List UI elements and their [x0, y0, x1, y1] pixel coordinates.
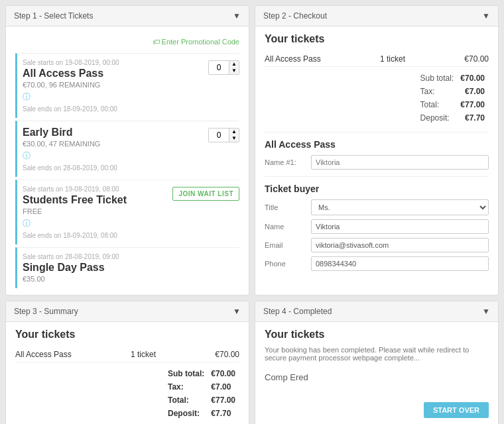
step2-chevron-icon[interactable]: ▼ [482, 11, 490, 21]
step2-subtotal-label: Sub total: [418, 72, 457, 84]
step2-subtotal-value: €70.00 [458, 72, 487, 84]
step3-header: Step 3 - Summary ▼ [6, 301, 249, 322]
step2-ticket-name: All Access Pass [265, 54, 321, 64]
step2-title-label: Title [265, 203, 311, 211]
step2-title: Step 2 - Checkout [263, 11, 327, 21]
step2-email-input[interactable] [311, 238, 489, 252]
step2-ticket-summary-row: All Access Pass 1 ticket €70.00 [265, 52, 489, 67]
qty-arrows-2: ▲ ▼ [229, 129, 239, 142]
start-over-button[interactable]: START OVER [424, 402, 489, 418]
step4-body: Your tickets Your booking has been compl… [255, 322, 498, 424]
ticket-price-2: €30.00, 47 REMAINING [23, 140, 239, 148]
step2-deposit-row: Deposit: €7.70 [418, 112, 487, 124]
step2-tax-row: Tax: €7.00 [418, 85, 487, 97]
step2-email-label: Email [265, 241, 311, 249]
promo-link-container: 🏷 Enter Promotional Code [15, 33, 239, 50]
comp-ered-label: Comp Ered [265, 372, 308, 382]
step3-ticket-name: All Access Pass [15, 350, 72, 359]
step4-comp-ered-text: Comp Ered [265, 372, 489, 382]
qty-down-1[interactable]: ▼ [229, 68, 239, 74]
sale-end-label-1: Sale ends on 18-09-2019, 00:00 [23, 105, 239, 113]
step2-totals-table: Sub total: €70.00 Tax: €7.00 Total: €77.… [416, 71, 489, 125]
step2-phone-label: Phone [265, 260, 311, 268]
sale-end-label-2: Sale ends on 28-08-2019, 00:00 [23, 164, 239, 172]
ticket-name-2: Early Bird [23, 127, 239, 138]
qty-up-2[interactable]: ▲ [229, 129, 239, 135]
step2-title-select[interactable]: Ms. [311, 199, 489, 215]
step2-title-group: Title Ms. [265, 199, 489, 215]
step1-title: Step 1 - Select Tickets [14, 11, 93, 21]
step2-name-field-input[interactable] [311, 219, 489, 234]
step3-ticket-count: 1 ticket [131, 350, 156, 359]
ticket-item-all-access: Sale starts on 19-08-2019, 00:00 All Acc… [15, 53, 239, 118]
step2-tax-label: Tax: [418, 85, 457, 97]
info-icon-2[interactable]: ⓘ [23, 150, 239, 162]
step3-ticket-price: €70.00 [215, 350, 239, 359]
step2-phone-input[interactable] [311, 256, 489, 271]
step2-name-label: Name #1: [265, 158, 311, 166]
ticket-price-1: €70.00, 96 REMAINING [23, 81, 239, 89]
step2-ticket-count: 1 ticket [380, 54, 405, 64]
step2-total-row: Total: €77.00 [418, 99, 487, 111]
step2-phone-group: Phone [265, 256, 489, 271]
step3-deposit-label: Deposit: [165, 407, 207, 419]
step2-all-access-title: All Access Pass [265, 139, 489, 150]
qty-input-2[interactable] [209, 129, 229, 141]
step2-divider2 [265, 176, 489, 177]
step3-panel: Step 3 - Summary ▼ Your tickets All Acce… [5, 301, 249, 424]
ticket-price-3: FREE [23, 207, 239, 215]
wait-list-button[interactable]: JOIN WAIT LIST [172, 187, 239, 201]
step2-email-group: Email [265, 238, 489, 252]
ticket-item-early-bird: Early Bird €30.00, 47 REMAINING ▲ ▼ ⓘ Sa… [15, 121, 239, 177]
step2-header: Step 2 - Checkout ▼ [255, 6, 498, 26]
ticket-name-1: All Access Pass [23, 68, 239, 80]
info-icon-1[interactable]: ⓘ [23, 91, 239, 103]
step2-total-value: €77.00 [458, 99, 487, 111]
sale-start-label-4: Sale starts on 28-08-2019, 09:00 [23, 253, 239, 260]
step3-title: Step 3 - Summary [14, 307, 78, 316]
step3-body: Your tickets All Access Pass 1 ticket €7… [6, 322, 249, 424]
sale-start-label-1: Sale starts on 19-08-2019, 00:00 [23, 59, 239, 66]
step2-tax-value: €7.00 [458, 85, 487, 97]
step3-deposit-row: Deposit: €7.70 [165, 407, 238, 419]
step3-your-tickets-title: Your tickets [15, 329, 239, 341]
step4-chevron-icon[interactable]: ▼ [482, 307, 490, 316]
step2-deposit-label: Deposit: [418, 112, 457, 124]
step2-body: Your tickets All Access Pass 1 ticket €7… [255, 26, 498, 282]
step3-totals-table: Sub total: €70.00 Tax: €7.00 Total: €77.… [164, 366, 239, 421]
promo-label: Enter Promotional Code [162, 38, 239, 46]
ticket-item-students: Sale starts on 19-08-2019, 08:00 Student… [15, 180, 239, 244]
step2-ticket-price: €70.00 [464, 54, 489, 64]
ticket-price-4: €35.00 [23, 275, 239, 283]
step2-panel: Step 2 - Checkout ▼ Your tickets All Acc… [255, 5, 499, 295]
qty-down-2[interactable]: ▼ [229, 135, 239, 142]
step3-tax-row: Tax: €7.00 [165, 381, 238, 393]
qty-up-1[interactable]: ▲ [229, 61, 239, 68]
step2-name-input[interactable] [311, 155, 489, 170]
step3-subtotal-row: Sub total: €70.00 [165, 368, 238, 380]
step3-tax-value: €7.00 [208, 381, 238, 393]
step2-deposit-value: €7.70 [458, 112, 487, 124]
step3-tax-label: Tax: [165, 381, 207, 393]
step3-totals: Sub total: €70.00 Tax: €7.00 Total: €77.… [15, 366, 239, 421]
step2-subtotal-row: Sub total: €70.00 [418, 72, 487, 84]
step2-divider1 [265, 132, 489, 132]
sale-end-label-3: Sale ends on 18-09-2019, 08:00 [23, 232, 239, 239]
step3-ticket-row: All Access Pass 1 ticket €70.00 [15, 347, 239, 362]
step3-chevron-icon[interactable]: ▼ [233, 307, 241, 316]
info-icon-3[interactable]: ⓘ [23, 218, 239, 229]
step2-ticket-buyer-title: Ticket buyer [265, 184, 489, 194]
step3-total-row: Total: €77.00 [165, 394, 238, 406]
step2-name-field-label: Name [265, 223, 311, 231]
step3-subtotal-value: €70.00 [208, 368, 238, 380]
promo-link[interactable]: 🏷 Enter Promotional Code [153, 38, 239, 46]
step1-chevron-icon[interactable]: ▼ [233, 11, 241, 21]
step2-your-tickets-title: Your tickets [265, 33, 489, 45]
qty-box-2: ▲ ▼ [208, 128, 239, 142]
qty-input-1[interactable] [209, 62, 229, 74]
step4-panel: Step 4 - Completed ▼ Your tickets Your b… [255, 301, 499, 424]
step4-message: Your booking has been completed. Please … [265, 346, 489, 362]
step1-body: 🏷 Enter Promotional Code Sale starts on … [6, 26, 249, 295]
ticket-name-4: Single Day Pass [23, 262, 239, 274]
step2-name-field-group: Name [265, 219, 489, 234]
